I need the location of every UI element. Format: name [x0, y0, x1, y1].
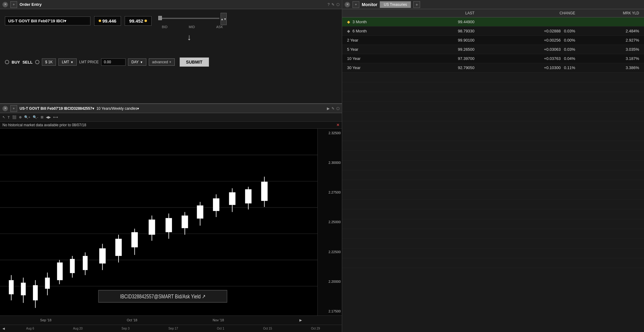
- close-button[interactable]: ✕: [2, 2, 8, 7]
- resize-icon[interactable]: ⬡: [336, 2, 339, 7]
- row-change: +0.10300 0.11%: [479, 63, 580, 72]
- sell-radio[interactable]: [35, 60, 39, 64]
- monitor-expand-button[interactable]: +: [353, 1, 359, 8]
- tl-sep3: Sep 3: [122, 327, 130, 330]
- empty-row: [342, 170, 644, 180]
- us-treasuries-tab[interactable]: US Treasuries: [380, 1, 411, 8]
- row-last: 99.44900: [415, 17, 479, 27]
- slider-arrow[interactable]: ▲▼: [221, 13, 227, 25]
- instrument-row: US-T GOVT Bill Feb07'19 IBCI▾ 99.446 99.…: [5, 13, 337, 29]
- svg-rect-29: [166, 218, 172, 232]
- svg-rect-7: [9, 280, 14, 294]
- lmt-price-input[interactable]: [101, 58, 126, 66]
- order-entry-panel: ✕ + Order Entry ? ✎ ⬡ US-T GOVT Bill Feb…: [0, 0, 342, 104]
- tl-oct15: Oct 15: [263, 327, 272, 330]
- order-entry-title: Order Entry: [20, 2, 42, 7]
- zoom-out-icon[interactable]: 🔍-: [33, 115, 38, 119]
- ask-price: 99.452: [129, 18, 143, 24]
- bid-label: BID: [162, 25, 167, 29]
- chart-title-icons: ▶ ✎ ⬡: [327, 106, 339, 111]
- instrument-selector[interactable]: US-T GOVT Bill Feb07'19 IBCI▾: [5, 17, 90, 25]
- chart-instrument-label: US-T GOVT Bill Feb07'19 IBCID328842557▾: [20, 106, 94, 111]
- buy-label: BUY: [12, 60, 20, 65]
- row-label: ◆ 3 Month: [342, 17, 415, 27]
- svg-text:IBCID328842557@SMART Bid/Ask Y: IBCID328842557@SMART Bid/Ask Yield ↗: [120, 293, 205, 299]
- timeline-collapse-icon[interactable]: ◀: [2, 327, 5, 330]
- svg-rect-13: [45, 278, 50, 289]
- submit-button[interactable]: SUBMIT: [180, 57, 209, 67]
- order-type-chevron: ▼: [70, 61, 73, 64]
- row-label: ◆ 6 Month: [342, 27, 415, 36]
- row-change: [479, 17, 580, 27]
- monitor-close-button[interactable]: ✕: [345, 2, 350, 7]
- chart-close-button[interactable]: ✕: [2, 106, 8, 111]
- mid-label: MID: [189, 25, 195, 29]
- chart-canvas: IBCID328842557@SMART Bid/Ask Yield ↗: [0, 129, 317, 315]
- svg-rect-23: [115, 239, 122, 256]
- svg-rect-37: [229, 192, 236, 205]
- bid-mid-ask-slider: ▲▼ BID MID ASK: [158, 13, 227, 29]
- expand-button[interactable]: +: [10, 1, 17, 8]
- add-tab-button[interactable]: +: [413, 1, 420, 8]
- svg-rect-31: [181, 216, 188, 228]
- svg-rect-35: [213, 198, 219, 211]
- pointer-icon[interactable]: ↖: [2, 115, 5, 119]
- pan-right-icon[interactable]: ⟷: [53, 115, 58, 119]
- chart-pencil-icon[interactable]: ✎: [331, 106, 335, 111]
- pan-left-icon[interactable]: ◀▶: [46, 115, 51, 119]
- x-label-oct: Oct '18: [127, 318, 137, 322]
- chart-resize-icon[interactable]: ⬡: [336, 106, 339, 111]
- empty-row: [342, 190, 644, 200]
- bid-price-box: 99.446: [94, 16, 121, 26]
- bar-chart-icon[interactable]: ⬛: [12, 115, 16, 119]
- table-row: 5 Year 99.26500 +0.03063 0.03% 3.035%: [342, 45, 644, 54]
- row-label: 10 Year: [342, 54, 415, 63]
- chart-titlebar: ✕ + US-T GOVT Bill Feb07'19 IBCID3288425…: [0, 104, 342, 113]
- tif-button[interactable]: DAY ▼: [128, 58, 146, 66]
- order-type-button[interactable]: LMT ▼: [58, 58, 77, 66]
- fit-icon[interactable]: ⊞: [41, 115, 43, 119]
- row-change: +0.03063 0.03%: [479, 45, 580, 54]
- chart-close-x[interactable]: ✕: [336, 123, 339, 127]
- svg-rect-15: [57, 263, 63, 280]
- advanced-button[interactable]: advanced +: [149, 58, 175, 66]
- svg-rect-39: [245, 189, 251, 203]
- order-controls-row: BUY SELL $ 1K LMT ▼ LMT PRICE DAY ▼ adva…: [5, 57, 337, 67]
- zoom-in-icon[interactable]: 🔍+: [24, 115, 30, 119]
- table-row: 30 Year 92.79050 +0.10300 0.11% 3.386%: [342, 63, 644, 72]
- monitor-body: LAST CHANGE MRK YLD ◆ 3 Month 99.44900: [342, 9, 644, 268]
- t-icon[interactable]: T: [8, 116, 10, 119]
- scroll-right-icon[interactable]: ▶: [299, 318, 302, 322]
- tl-oct1: Oct 1: [217, 327, 224, 330]
- row-mrk-yld: 2.927%: [580, 36, 644, 45]
- ask-dot: [145, 20, 147, 22]
- price-slider-thumb[interactable]: [158, 16, 162, 20]
- svg-rect-27: [149, 219, 155, 235]
- y-label-4: 2.25000: [319, 220, 341, 224]
- x-label-nov: Nov '18: [213, 318, 224, 322]
- help-icon[interactable]: ?: [327, 2, 330, 7]
- cursor-icon[interactable]: ⊕: [19, 115, 22, 119]
- row-mrk-yld: 3.386%: [580, 63, 644, 72]
- row-mrk-yld: 2.484%: [580, 27, 644, 36]
- chart-nav-icon[interactable]: ▶: [327, 106, 330, 111]
- price-slider-track[interactable]: [158, 18, 219, 19]
- quantity-button[interactable]: $ 1K: [42, 58, 56, 66]
- advanced-label: advanced: [152, 60, 168, 64]
- tif-chevron: ▼: [140, 61, 143, 64]
- buy-radio[interactable]: [5, 60, 9, 64]
- y-label-2: 2.30000: [319, 161, 341, 164]
- empty-row: [342, 229, 644, 239]
- x-label-sep: Sep '18: [40, 318, 51, 322]
- row-change: +0.03763 0.04%: [479, 54, 580, 63]
- chart-expand-button[interactable]: +: [10, 105, 17, 112]
- table-row: ◆ 6 Month 98.79330 +0.02888 0.03% 2.484%: [342, 27, 644, 36]
- row-label: 5 Year: [342, 45, 415, 54]
- bid-mid-ask-labels: BID MID ASK: [162, 25, 223, 29]
- chart-body: IBCID328842557@SMART Bid/Ask Yield ↗ 2.3…: [0, 129, 342, 315]
- empty-row: [342, 249, 644, 258]
- tl-aug20: Aug 20: [73, 327, 83, 330]
- row-mrk-yld: [580, 17, 644, 27]
- pencil-icon[interactable]: ✎: [331, 2, 335, 7]
- empty-row: [342, 209, 644, 219]
